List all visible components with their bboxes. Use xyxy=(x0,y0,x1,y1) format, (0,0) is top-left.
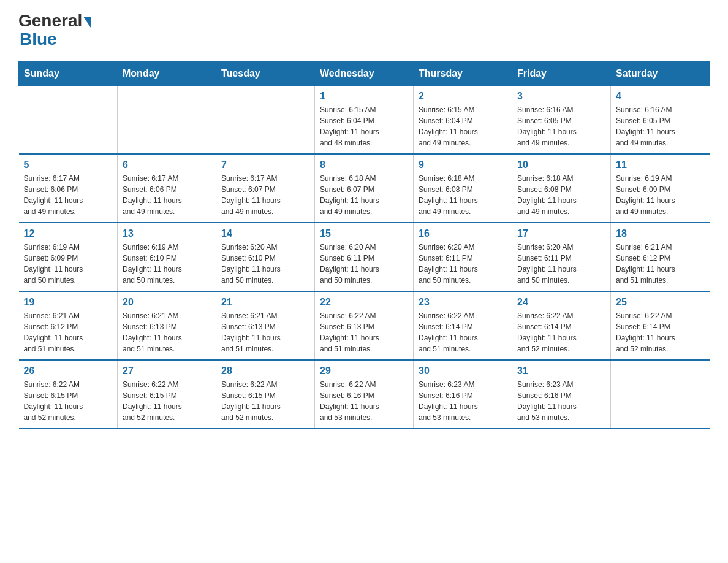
calendar-week-row: 5Sunrise: 6:17 AMSunset: 6:06 PMDaylight… xyxy=(19,154,710,223)
day-info: Sunrise: 6:17 AMSunset: 6:06 PMDaylight:… xyxy=(123,173,211,217)
day-number: 2 xyxy=(419,91,507,102)
day-info: Sunrise: 6:22 AMSunset: 6:14 PMDaylight:… xyxy=(616,310,705,354)
calendar-cell: 5Sunrise: 6:17 AMSunset: 6:06 PMDaylight… xyxy=(19,154,118,223)
calendar-cell: 1Sunrise: 6:15 AMSunset: 6:04 PMDaylight… xyxy=(315,86,414,155)
day-info: Sunrise: 6:17 AMSunset: 6:07 PMDaylight:… xyxy=(221,173,309,217)
calendar-cell: 13Sunrise: 6:19 AMSunset: 6:10 PMDayligh… xyxy=(118,223,216,291)
day-info: Sunrise: 6:22 AMSunset: 6:14 PMDaylight:… xyxy=(517,310,605,354)
day-info: Sunrise: 6:22 AMSunset: 6:16 PMDaylight:… xyxy=(320,379,408,423)
day-number: 20 xyxy=(123,297,211,308)
calendar-week-row: 19Sunrise: 6:21 AMSunset: 6:12 PMDayligh… xyxy=(19,291,710,360)
day-number: 15 xyxy=(320,228,408,239)
calendar-cell: 2Sunrise: 6:15 AMSunset: 6:04 PMDaylight… xyxy=(414,86,512,155)
calendar-cell: 31Sunrise: 6:23 AMSunset: 6:16 PMDayligh… xyxy=(512,360,611,429)
calendar-cell: 4Sunrise: 6:16 AMSunset: 6:05 PMDaylight… xyxy=(611,86,710,155)
day-number: 17 xyxy=(517,228,605,239)
calendar-cell: 9Sunrise: 6:18 AMSunset: 6:08 PMDaylight… xyxy=(414,154,512,223)
calendar-week-row: 12Sunrise: 6:19 AMSunset: 6:09 PMDayligh… xyxy=(19,223,710,291)
day-info: Sunrise: 6:22 AMSunset: 6:15 PMDaylight:… xyxy=(123,379,211,423)
day-info: Sunrise: 6:15 AMSunset: 6:04 PMDaylight:… xyxy=(419,104,507,148)
calendar-cell: 7Sunrise: 6:17 AMSunset: 6:07 PMDaylight… xyxy=(216,154,315,223)
day-info: Sunrise: 6:18 AMSunset: 6:08 PMDaylight:… xyxy=(517,173,605,217)
day-number: 5 xyxy=(24,159,113,170)
day-number: 16 xyxy=(419,228,507,239)
day-info: Sunrise: 6:21 AMSunset: 6:12 PMDaylight:… xyxy=(24,310,113,354)
day-number: 22 xyxy=(320,297,408,308)
day-number: 3 xyxy=(517,91,605,102)
day-number: 19 xyxy=(24,297,113,308)
calendar-week-row: 1Sunrise: 6:15 AMSunset: 6:04 PMDaylight… xyxy=(19,86,710,155)
calendar-cell: 27Sunrise: 6:22 AMSunset: 6:15 PMDayligh… xyxy=(118,360,216,429)
calendar-header-row: SundayMondayTuesdayWednesdayThursdayFrid… xyxy=(19,62,710,86)
day-number: 21 xyxy=(221,297,309,308)
day-info: Sunrise: 6:16 AMSunset: 6:05 PMDaylight:… xyxy=(517,104,605,148)
day-number: 31 xyxy=(517,366,605,377)
calendar-cell: 24Sunrise: 6:22 AMSunset: 6:14 PMDayligh… xyxy=(512,291,611,360)
calendar-cell: 26Sunrise: 6:22 AMSunset: 6:15 PMDayligh… xyxy=(19,360,118,429)
day-info: Sunrise: 6:21 AMSunset: 6:13 PMDaylight:… xyxy=(221,310,309,354)
calendar-cell xyxy=(19,86,118,155)
day-info: Sunrise: 6:23 AMSunset: 6:16 PMDaylight:… xyxy=(419,379,507,423)
calendar-cell: 6Sunrise: 6:17 AMSunset: 6:06 PMDaylight… xyxy=(118,154,216,223)
day-info: Sunrise: 6:16 AMSunset: 6:05 PMDaylight:… xyxy=(616,104,705,148)
day-info: Sunrise: 6:20 AMSunset: 6:11 PMDaylight:… xyxy=(517,242,605,286)
calendar-cell: 11Sunrise: 6:19 AMSunset: 6:09 PMDayligh… xyxy=(611,154,710,223)
day-info: Sunrise: 6:19 AMSunset: 6:09 PMDaylight:… xyxy=(616,173,705,217)
calendar-cell xyxy=(118,86,216,155)
day-info: Sunrise: 6:22 AMSunset: 6:15 PMDaylight:… xyxy=(24,379,113,423)
day-number: 12 xyxy=(24,228,113,239)
calendar-cell: 19Sunrise: 6:21 AMSunset: 6:12 PMDayligh… xyxy=(19,291,118,360)
calendar-cell: 3Sunrise: 6:16 AMSunset: 6:05 PMDaylight… xyxy=(512,86,611,155)
calendar-cell: 25Sunrise: 6:22 AMSunset: 6:14 PMDayligh… xyxy=(611,291,710,360)
day-number: 11 xyxy=(616,159,705,170)
calendar-cell: 20Sunrise: 6:21 AMSunset: 6:13 PMDayligh… xyxy=(118,291,216,360)
day-number: 7 xyxy=(221,159,309,170)
logo-general-text: General xyxy=(18,12,82,29)
calendar-cell: 18Sunrise: 6:21 AMSunset: 6:12 PMDayligh… xyxy=(611,223,710,291)
day-info: Sunrise: 6:21 AMSunset: 6:13 PMDaylight:… xyxy=(123,310,211,354)
day-number: 29 xyxy=(320,366,408,377)
day-number: 24 xyxy=(517,297,605,308)
header-saturday: Saturday xyxy=(611,62,710,86)
header-monday: Monday xyxy=(118,62,216,86)
day-number: 14 xyxy=(221,228,309,239)
day-info: Sunrise: 6:22 AMSunset: 6:14 PMDaylight:… xyxy=(419,310,507,354)
day-info: Sunrise: 6:18 AMSunset: 6:08 PMDaylight:… xyxy=(419,173,507,217)
calendar-cell: 8Sunrise: 6:18 AMSunset: 6:07 PMDaylight… xyxy=(315,154,414,223)
day-number: 6 xyxy=(123,159,211,170)
calendar-cell: 23Sunrise: 6:22 AMSunset: 6:14 PMDayligh… xyxy=(414,291,512,360)
day-number: 28 xyxy=(221,366,309,377)
logo-arrow-icon xyxy=(83,17,91,28)
calendar-cell: 17Sunrise: 6:20 AMSunset: 6:11 PMDayligh… xyxy=(512,223,611,291)
calendar-cell: 21Sunrise: 6:21 AMSunset: 6:13 PMDayligh… xyxy=(216,291,315,360)
day-number: 13 xyxy=(123,228,211,239)
day-number: 9 xyxy=(419,159,507,170)
page-header: General Blue xyxy=(18,12,710,49)
day-number: 25 xyxy=(616,297,705,308)
day-number: 4 xyxy=(616,91,705,102)
calendar-week-row: 26Sunrise: 6:22 AMSunset: 6:15 PMDayligh… xyxy=(19,360,710,429)
day-info: Sunrise: 6:23 AMSunset: 6:16 PMDaylight:… xyxy=(517,379,605,423)
header-friday: Friday xyxy=(512,62,611,86)
day-info: Sunrise: 6:20 AMSunset: 6:11 PMDaylight:… xyxy=(419,242,507,286)
day-info: Sunrise: 6:22 AMSunset: 6:13 PMDaylight:… xyxy=(320,310,408,354)
calendar-cell xyxy=(611,360,710,429)
day-info: Sunrise: 6:19 AMSunset: 6:10 PMDaylight:… xyxy=(123,242,211,286)
calendar-cell: 10Sunrise: 6:18 AMSunset: 6:08 PMDayligh… xyxy=(512,154,611,223)
calendar-cell: 16Sunrise: 6:20 AMSunset: 6:11 PMDayligh… xyxy=(414,223,512,291)
header-thursday: Thursday xyxy=(414,62,512,86)
calendar-cell: 12Sunrise: 6:19 AMSunset: 6:09 PMDayligh… xyxy=(19,223,118,291)
header-sunday: Sunday xyxy=(19,62,118,86)
calendar-cell: 22Sunrise: 6:22 AMSunset: 6:13 PMDayligh… xyxy=(315,291,414,360)
header-tuesday: Tuesday xyxy=(216,62,315,86)
calendar-cell: 28Sunrise: 6:22 AMSunset: 6:15 PMDayligh… xyxy=(216,360,315,429)
day-number: 26 xyxy=(24,366,113,377)
calendar-cell: 29Sunrise: 6:22 AMSunset: 6:16 PMDayligh… xyxy=(315,360,414,429)
day-info: Sunrise: 6:21 AMSunset: 6:12 PMDaylight:… xyxy=(616,242,705,286)
calendar-cell: 14Sunrise: 6:20 AMSunset: 6:10 PMDayligh… xyxy=(216,223,315,291)
day-info: Sunrise: 6:22 AMSunset: 6:15 PMDaylight:… xyxy=(221,379,309,423)
header-wednesday: Wednesday xyxy=(315,62,414,86)
day-info: Sunrise: 6:19 AMSunset: 6:09 PMDaylight:… xyxy=(24,242,113,286)
calendar-cell: 30Sunrise: 6:23 AMSunset: 6:16 PMDayligh… xyxy=(414,360,512,429)
day-info: Sunrise: 6:15 AMSunset: 6:04 PMDaylight:… xyxy=(320,104,408,148)
